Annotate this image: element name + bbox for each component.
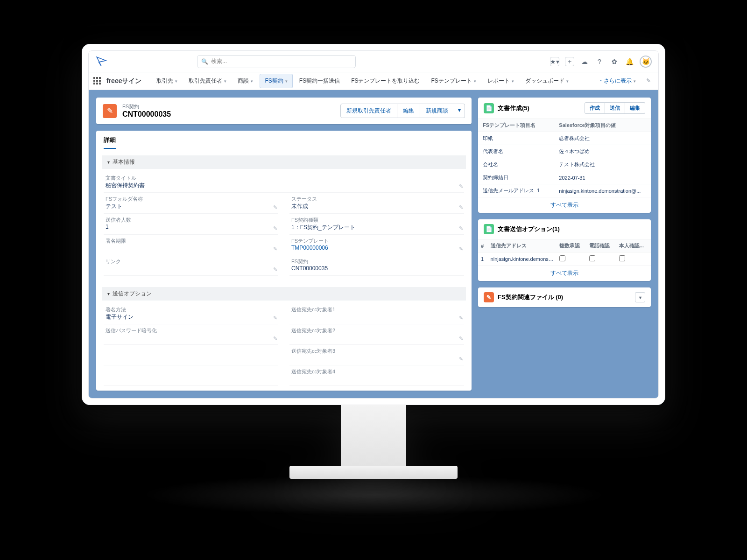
- global-header: 🔍 検索... ★▾ ＋ ☁ ? ✿ 🔔 🐱: [89, 51, 658, 72]
- inline-edit-icon[interactable]: ✎: [273, 225, 277, 231]
- field-value: [291, 375, 462, 383]
- field-value: [106, 334, 276, 342]
- chevron-down-icon: ▾: [285, 79, 288, 84]
- field-label: 署名方法: [106, 306, 276, 313]
- help-icon[interactable]: ?: [595, 57, 604, 66]
- field-label: 送信宛先cc対象者3: [291, 348, 462, 355]
- sidebar-related-files: ✎ FS契約関連ファイル (0) ▾: [478, 287, 651, 307]
- user-avatar[interactable]: 🐱: [640, 56, 652, 68]
- settings-gear-icon[interactable]: ✿: [610, 57, 619, 66]
- inline-edit-icon[interactable]: ✎: [459, 225, 463, 231]
- monitor-shadow: [140, 474, 607, 516]
- field-label: リンク: [106, 258, 276, 265]
- nav-item[interactable]: レポート▾: [483, 74, 519, 88]
- field-value: 電子サイン: [106, 313, 276, 321]
- nav-item-active[interactable]: FS契約▾: [260, 74, 292, 88]
- field-value: [106, 245, 276, 252]
- chevron-down-icon: ▾: [224, 79, 226, 84]
- nav-item[interactable]: 商談▾: [233, 74, 258, 88]
- edit-nav-icon[interactable]: ✎: [646, 77, 654, 85]
- nav-more[interactable]: ・さらに表示▾: [593, 74, 641, 88]
- sidebar-title: 文書送信オプション(1): [498, 225, 560, 233]
- field-label: ステータス: [291, 196, 462, 203]
- th: #: [478, 239, 488, 252]
- inline-edit-icon[interactable]: ✎: [459, 356, 463, 362]
- inline-edit-icon[interactable]: ✎: [459, 183, 463, 189]
- th: 複数承認: [557, 239, 586, 252]
- sidebar-doc-create: 📄 文書作成(5) 作成 送信 編集 FSテンプレート項目名Salesforce…: [478, 98, 651, 213]
- field-label: FS契約: [291, 258, 462, 265]
- field-value-link[interactable]: TMP00000006: [291, 245, 462, 252]
- new-opportunity-button[interactable]: 新規商談: [420, 104, 454, 118]
- field-label: 文書タイトル: [106, 175, 462, 182]
- th: Salesforce対象項目の値: [554, 119, 651, 132]
- inline-edit-icon[interactable]: ✎: [273, 336, 277, 342]
- multi-approve-checkbox[interactable]: [559, 255, 565, 261]
- field-label: 署名期限: [106, 238, 276, 245]
- th: 送信先アドレス: [488, 239, 557, 252]
- template-fields-table: FSテンプレート項目名Salesforce対象項目の値 印紙忍者株式会社 代表者…: [478, 119, 651, 197]
- field-label: FS契約種類: [291, 217, 462, 224]
- nav-item[interactable]: 取引先▾: [152, 74, 182, 88]
- table-row: 契約締結日2022-07-31: [478, 171, 651, 184]
- section-basic-header[interactable]: ▾基本情報: [102, 155, 466, 169]
- notification-bell-icon[interactable]: 🔔: [625, 57, 634, 66]
- nav-item[interactable]: FSテンプレートを取り込む: [346, 74, 424, 88]
- field-value: [291, 313, 462, 321]
- edit-button[interactable]: 編集: [397, 104, 420, 118]
- view-all-link[interactable]: すべて表示: [550, 270, 578, 276]
- inline-edit-icon[interactable]: ✎: [273, 315, 277, 321]
- chevron-down-icon: ▾: [107, 160, 110, 165]
- field-value: 1：FS契約_テンプレート: [291, 224, 462, 231]
- inline-edit-icon[interactable]: ✎: [459, 204, 463, 210]
- table-row: 送信先メールアドレス_1ninjasign.kintone.demonstrat…: [478, 184, 651, 197]
- record-type-icon: ✎: [103, 104, 117, 118]
- id-verify-checkbox[interactable]: [619, 255, 625, 261]
- inline-edit-icon[interactable]: ✎: [459, 336, 463, 342]
- monitor-mockup: 🔍 検索... ★▾ ＋ ☁ ? ✿ 🔔 🐱 freeeサイン 取引: [82, 44, 665, 516]
- app-launcher-icon[interactable]: [93, 77, 102, 85]
- chevron-down-icon: ▾: [474, 79, 476, 84]
- inline-edit-icon[interactable]: ✎: [273, 204, 277, 210]
- chevron-down-icon: ▾: [512, 79, 514, 84]
- nav-item[interactable]: FSテンプレート▾: [427, 74, 481, 88]
- inline-edit-icon[interactable]: ✎: [459, 246, 463, 252]
- favorite-icon[interactable]: ★▾: [550, 57, 559, 66]
- chevron-down-icon: ▾: [175, 79, 177, 84]
- chevron-down-icon: ▾: [251, 79, 253, 84]
- chevron-down-icon: ▾: [634, 79, 636, 84]
- edit-button[interactable]: 編集: [625, 102, 645, 114]
- field-value: CNT00000035: [291, 265, 462, 273]
- record-actions: 新規取引先責任者 編集 新規商談 ▾: [340, 104, 465, 118]
- field-label: 送信宛先cc対象者4: [291, 368, 462, 375]
- app-name: freeeサイン: [106, 77, 141, 85]
- table-row: 代表者名佐々木つばめ: [478, 145, 651, 158]
- object-nav: freeeサイン 取引先▾ 取引先責任者▾ 商談▾ FS契約▾ FS契約一括送信…: [89, 72, 658, 90]
- global-search[interactable]: 🔍 検索...: [197, 55, 356, 68]
- nav-item[interactable]: ダッシュボード▾: [521, 74, 573, 88]
- section-send-header[interactable]: ▾送信オプション: [102, 287, 466, 301]
- more-actions-button[interactable]: ▾: [454, 104, 465, 118]
- inline-edit-icon[interactable]: ✎: [459, 315, 463, 321]
- table-row: 会社名テスト株式会社: [478, 158, 651, 171]
- nav-item[interactable]: FS契約一括送信: [295, 74, 345, 88]
- field-label: 送信者人数: [106, 217, 276, 224]
- cloud-icon[interactable]: ☁: [580, 57, 589, 66]
- field-label: 送信パスワード暗号化: [106, 327, 276, 334]
- sidebar-title: 文書作成(5): [498, 104, 529, 112]
- field-value: テスト: [106, 203, 276, 210]
- document-icon: 📄: [484, 103, 494, 113]
- tab-detail[interactable]: 詳細: [104, 136, 116, 149]
- add-icon[interactable]: ＋: [565, 57, 574, 66]
- create-button[interactable]: 作成: [585, 102, 605, 114]
- view-all-link[interactable]: すべて表示: [550, 202, 578, 208]
- nav-item[interactable]: 取引先責任者▾: [184, 74, 231, 88]
- phone-verify-checkbox[interactable]: [589, 255, 595, 261]
- send-button[interactable]: 送信: [605, 102, 625, 114]
- inline-edit-icon[interactable]: ✎: [273, 246, 277, 252]
- new-contact-button[interactable]: 新規取引先責任者: [340, 104, 397, 118]
- field-value: 未作成: [291, 203, 462, 210]
- expand-button[interactable]: ▾: [635, 292, 645, 302]
- field-label: 送信宛先cc対象者1: [291, 306, 462, 313]
- inline-edit-icon[interactable]: ✎: [273, 266, 277, 273]
